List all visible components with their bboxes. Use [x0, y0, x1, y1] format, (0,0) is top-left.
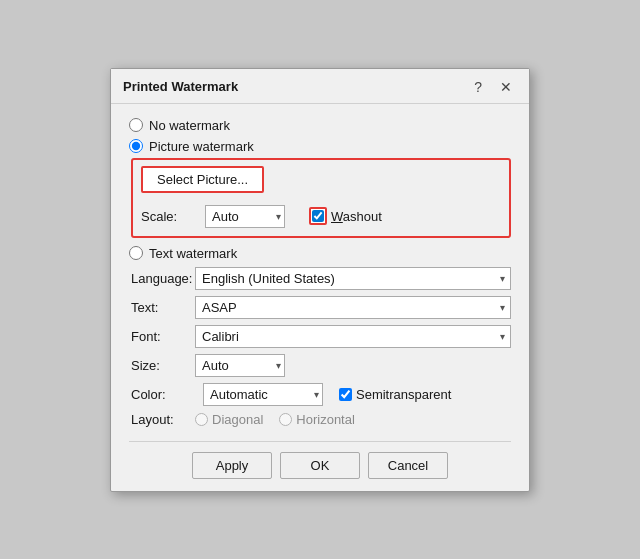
no-watermark-radio[interactable]	[129, 118, 143, 132]
washout-text-rest: ashout	[343, 209, 382, 224]
font-select[interactable]: Calibri	[195, 325, 511, 348]
text-label: Text:	[131, 300, 195, 315]
dialog-body: No watermark Picture watermark Select Pi…	[111, 104, 529, 491]
cancel-button[interactable]: Cancel	[368, 452, 448, 479]
text-watermark-radio[interactable]	[129, 246, 143, 260]
diagonal-radio[interactable]	[195, 413, 208, 426]
select-picture-button[interactable]: Select Picture...	[141, 166, 264, 193]
color-select[interactable]: Automatic	[203, 383, 323, 406]
text-row: Text: ASAP ▾	[131, 296, 511, 319]
color-select-wrapper: Automatic ▾	[203, 383, 323, 406]
color-label: Color:	[131, 387, 195, 402]
title-bar-right: ? ✕	[469, 77, 517, 97]
close-button[interactable]: ✕	[495, 77, 517, 97]
help-button[interactable]: ?	[469, 77, 487, 97]
washout-underline-w: W	[331, 209, 343, 224]
scale-row: Scale: Auto ▾ Washout	[141, 205, 501, 228]
size-select-wrapper: Auto ▾	[195, 354, 285, 377]
washout-checkbox-wrapper	[309, 207, 327, 225]
language-row: Language: English (United States) ▾	[131, 267, 511, 290]
font-row: Font: Calibri ▾	[131, 325, 511, 348]
washout-label: Washout	[331, 209, 382, 224]
semitransparent-checkbox[interactable]	[339, 388, 352, 401]
size-label: Size:	[131, 358, 195, 373]
text-watermark-label: Text watermark	[149, 246, 237, 261]
dialog-title: Printed Watermark	[123, 79, 238, 94]
printed-watermark-dialog: Printed Watermark ? ✕ No watermark Pictu…	[110, 68, 530, 492]
horizontal-label: Horizontal	[296, 412, 355, 427]
washout-checkbox[interactable]	[312, 210, 324, 222]
language-select-wrapper: English (United States) ▾	[195, 267, 511, 290]
diagonal-label: Diagonal	[212, 412, 263, 427]
font-label: Font:	[131, 329, 195, 344]
language-select[interactable]: English (United States)	[195, 267, 511, 290]
text-select-wrapper: ASAP ▾	[195, 296, 511, 319]
semitransparent-label: Semitransparent	[356, 387, 451, 402]
picture-watermark-label: Picture watermark	[149, 139, 254, 154]
title-bar-left: Printed Watermark	[123, 79, 238, 94]
bottom-buttons: Apply OK Cancel	[129, 441, 511, 479]
title-bar: Printed Watermark ? ✕	[111, 69, 529, 104]
text-select[interactable]: ASAP	[195, 296, 511, 319]
scale-select-wrapper: Auto ▾	[205, 205, 285, 228]
language-label: Language:	[131, 271, 195, 286]
layout-row: Layout: Diagonal Horizontal	[131, 412, 511, 427]
size-select[interactable]: Auto	[195, 354, 285, 377]
picture-watermark-radio[interactable]	[129, 139, 143, 153]
horizontal-radio-row: Horizontal	[279, 412, 355, 427]
size-row: Size: Auto ▾	[131, 354, 511, 377]
text-watermark-row[interactable]: Text watermark	[129, 246, 511, 261]
picture-watermark-section: Select Picture... Scale: Auto ▾ Washout	[131, 158, 511, 238]
no-watermark-row[interactable]: No watermark	[129, 118, 511, 133]
color-row: Color: Automatic ▾ Semitransparent	[131, 383, 511, 406]
horizontal-radio[interactable]	[279, 413, 292, 426]
scale-select[interactable]: Auto	[205, 205, 285, 228]
semitransparent-row: Semitransparent	[339, 387, 451, 402]
layout-radio-group: Diagonal Horizontal	[195, 412, 355, 427]
apply-button[interactable]: Apply	[192, 452, 272, 479]
diagonal-radio-row: Diagonal	[195, 412, 263, 427]
picture-watermark-row[interactable]: Picture watermark	[129, 139, 511, 154]
font-select-wrapper: Calibri ▾	[195, 325, 511, 348]
washout-row: Washout	[309, 207, 382, 225]
scale-label: Scale:	[141, 209, 197, 224]
text-watermark-section: Language: English (United States) ▾ Text…	[131, 267, 511, 427]
no-watermark-label: No watermark	[149, 118, 230, 133]
layout-label: Layout:	[131, 412, 195, 427]
ok-button[interactable]: OK	[280, 452, 360, 479]
